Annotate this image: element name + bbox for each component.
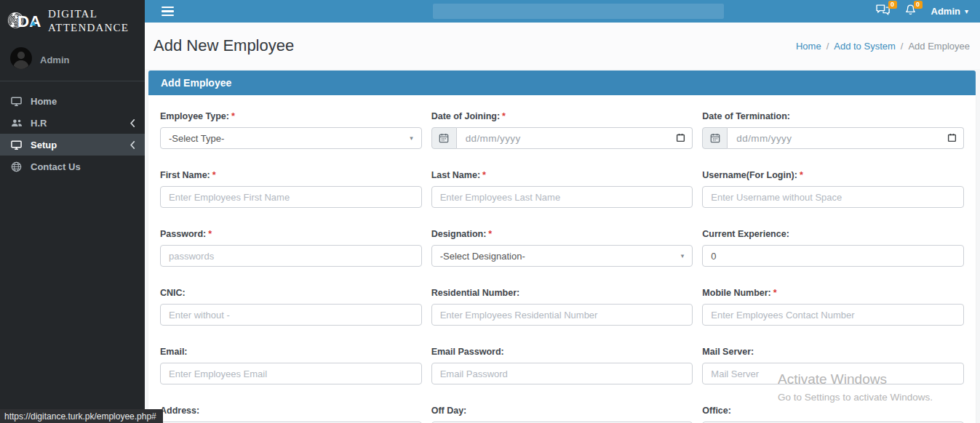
date-of-termination-input[interactable]: [728, 127, 964, 149]
user-menu-label: Admin: [931, 6, 960, 17]
chat-icon: [876, 4, 890, 18]
required-asterisk: *: [212, 170, 216, 180]
notifications-menu[interactable]: 0: [906, 4, 915, 18]
sidebar-item-setup[interactable]: Setup: [0, 134, 145, 156]
field-label-password: Password:*: [160, 229, 422, 239]
select-value: -Select Type-: [169, 133, 224, 144]
brand-fingerprint-logo-icon: DA: [7, 5, 42, 37]
required-asterisk: *: [800, 170, 803, 180]
field-cnic: CNIC:: [160, 288, 422, 326]
page-title: Add New Employee: [154, 36, 294, 55]
breadcrumb-separator: /: [826, 41, 829, 52]
field-label-employee-type: Employee Type:*: [160, 111, 422, 121]
field-address: Address:: [160, 406, 422, 423]
sidebar-toggle-button[interactable]: [162, 7, 174, 17]
calendar-icon: [431, 127, 457, 149]
sidebar-item-label: Contact Us: [31, 161, 81, 172]
required-asterisk: *: [482, 170, 486, 180]
field-label-text: Mail Server:: [702, 347, 754, 357]
field-current-experience: Current Experience:: [702, 229, 964, 267]
current-experience-input[interactable]: [702, 245, 964, 267]
sidebar-item-label: H.R: [31, 118, 47, 129]
email-input[interactable]: [160, 363, 422, 384]
field-date-of-termination: Date of Termination:: [702, 111, 964, 149]
messages-badge: 0: [888, 1, 897, 9]
field-password: Password:*: [160, 229, 422, 267]
field-label-email-password: Email Password:: [431, 347, 693, 357]
field-label-cnic: CNIC:: [160, 288, 422, 298]
required-asterisk: *: [231, 111, 235, 121]
topbar-search-input[interactable]: [433, 4, 724, 19]
employee-type-select[interactable]: -Select Type-▾: [160, 127, 422, 149]
field-first-name: First Name:*: [160, 170, 422, 208]
field-label-text: Date of Joining:: [431, 111, 500, 121]
add-employee-form: Employee Type:*-Select Type-▾Date of Joi…: [160, 111, 964, 423]
cnic-input[interactable]: [160, 304, 422, 326]
field-label-last-name: Last Name:*: [431, 170, 693, 180]
messages-menu[interactable]: 0: [876, 4, 890, 18]
sidebar: DA DIGITAL ATTENDANCE Admin HomeH.RSetup…: [0, 0, 145, 423]
chevron-left-icon: [130, 119, 135, 127]
field-label-text: Residential Number:: [431, 288, 520, 298]
field-label-current-experience: Current Experience:: [702, 229, 964, 239]
field-label-text: Office:: [702, 406, 731, 416]
field-label-mobile-number: Mobile Number:*: [702, 288, 964, 298]
field-label-date-of-joining: Date of Joining:*: [431, 111, 693, 121]
first-name-input[interactable]: [160, 186, 422, 208]
field-label-text: First Name:: [160, 170, 210, 180]
sidebar-divider: [0, 81, 145, 81]
monitor-icon: [11, 96, 24, 107]
panel-heading: Add Employee: [148, 70, 976, 95]
content: Add Employee Employee Type:*-Select Type…: [145, 69, 980, 423]
svg-text:DA: DA: [17, 12, 41, 31]
brand-text: DIGITAL ATTENDANCE: [48, 7, 129, 36]
breadcrumb-add-employee: Add Employee: [908, 41, 970, 52]
sidebar-item-contact-us[interactable]: Contact Us: [0, 156, 145, 177]
breadcrumb-home[interactable]: Home: [796, 41, 821, 52]
brand[interactable]: DA DIGITAL ATTENDANCE: [0, 0, 145, 41]
field-email: Email:: [160, 347, 422, 384]
sidebar-item-label: Setup: [31, 140, 57, 150]
notifications-badge: 0: [914, 1, 923, 9]
password-input[interactable]: [160, 245, 422, 267]
topbar-search[interactable]: [433, 4, 724, 19]
field-mail-server: Mail Server:: [702, 347, 964, 384]
brand-line1: DIGITAL: [48, 7, 129, 22]
field-label-date-of-termination: Date of Termination:: [702, 111, 964, 121]
user-menu[interactable]: Admin ▾: [931, 6, 968, 17]
field-date-of-joining: Date of Joining:*: [431, 111, 693, 149]
field-office: Office:: [702, 406, 964, 423]
sidebar-nav: HomeH.RSetupContact Us: [0, 90, 145, 177]
field-residential-number: Residential Number:: [431, 288, 693, 326]
field-label-text: Date of Termination:: [702, 111, 790, 121]
topbar-right: 0 0 Admin ▾: [876, 4, 980, 18]
required-asterisk: *: [488, 229, 492, 239]
field-mobile-number: Mobile Number:*: [702, 288, 964, 326]
email-password-input[interactable]: [431, 363, 693, 384]
breadcrumb-add-to-system[interactable]: Add to System: [834, 41, 896, 52]
mobile-number-input[interactable]: [702, 304, 964, 326]
globe-icon: [11, 161, 24, 172]
residential-number-input[interactable]: [431, 304, 693, 326]
field-label-office: Office:: [702, 406, 964, 416]
date-of-joining-input[interactable]: [457, 127, 693, 149]
field-designation: Designation:*-Select Designation-▾: [431, 229, 693, 267]
field-label-text: Address:: [160, 406, 199, 416]
last-name-input[interactable]: [431, 186, 693, 208]
field-label-email: Email:: [160, 347, 422, 357]
users-icon: [11, 118, 24, 128]
caret-down-icon: ▾: [681, 252, 685, 259]
field-label-text: CNIC:: [160, 288, 186, 298]
designation-select[interactable]: -Select Designation-▾: [431, 245, 693, 267]
calendar-icon: [702, 127, 728, 149]
sidebar-item-home[interactable]: Home: [0, 90, 145, 112]
sidebar-user-panel: Admin: [0, 41, 145, 81]
field-last-name: Last Name:*: [431, 170, 693, 208]
monitor-icon: [11, 140, 24, 150]
field-label-text: Email:: [160, 347, 188, 357]
sidebar-item-hr[interactable]: H.R: [0, 112, 145, 134]
mail-server-input[interactable]: [702, 363, 964, 384]
main-area: 0 0 Admin ▾ Add New Emp: [145, 0, 980, 423]
caret-down-icon: ▾: [410, 134, 413, 142]
username-for-login-input[interactable]: [702, 186, 964, 208]
